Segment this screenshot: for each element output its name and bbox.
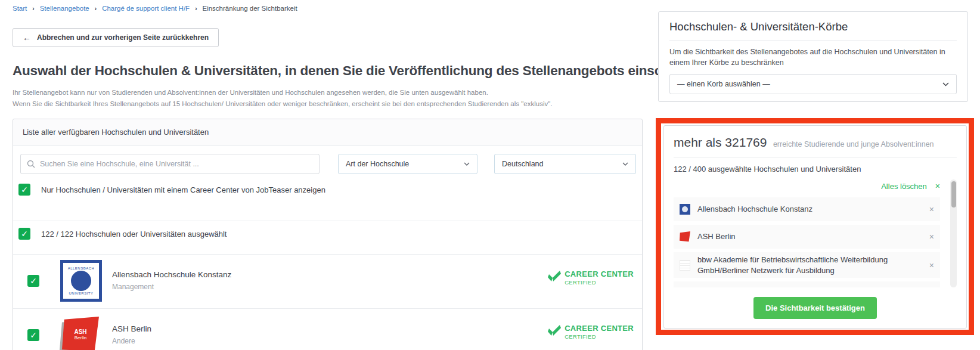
list-panel-title: Liste aller verfügbaren Hochschulen und … <box>13 119 642 145</box>
select-all-checkbox[interactable]: ✓ <box>18 228 30 240</box>
career-center-filter-row: ✓ Nur Hochschulen / Universitäten mit ei… <box>18 184 325 196</box>
university-name: Allensbach Hochschule Konstanz <box>112 270 231 279</box>
career-center-badge: CAREER CENTER CERTIFIED <box>548 324 634 340</box>
divider <box>13 221 642 221</box>
allensbach-mini-logo <box>680 204 690 215</box>
remove-item-icon[interactable]: × <box>929 261 934 270</box>
list-item: ASH Berlin × <box>674 225 940 249</box>
career-center-badge-line2: CERTIFIED <box>565 279 634 286</box>
basket-select[interactable]: — einen Korb auswählen — <box>669 74 957 94</box>
back-button[interactable]: ← Abbrechen und zur vorherigen Seite zur… <box>13 28 219 47</box>
university-category: Andere <box>112 337 135 345</box>
career-center-badge-line1: CAREER CENTER <box>565 324 634 333</box>
chevron-down-icon <box>942 82 949 86</box>
breadcrumb-job-title[interactable]: Chargé de support client H/F <box>102 5 190 12</box>
allensbach-logo-text-bottom: UNIVERSITY <box>69 292 93 295</box>
allensbach-logo: ALLENSBACH UNIVERSITY <box>60 260 102 302</box>
bbw-mini-logo <box>680 260 690 271</box>
row-checkbox[interactable]: ✓ <box>27 275 39 287</box>
clear-all-button[interactable]: Alles löschen <box>881 182 927 191</box>
reach-count: mehr als 321769 <box>674 135 767 149</box>
baskets-panel: Hochschulen- & Universitäten-Körbe Um di… <box>658 11 968 102</box>
page-title: Auswahl der Hochschulen & Universitäten,… <box>13 63 713 79</box>
clear-all-row: Alles löschen × <box>674 179 940 193</box>
list-item: bbw Akademie für Betriebswirtschaftliche… <box>674 252 940 278</box>
selected-universities-list: Alles löschen × Allensbach Hochschule Ko… <box>674 179 957 287</box>
baskets-panel-title: Hochschulen- & Universitäten-Körbe <box>669 20 957 33</box>
back-arrow-icon: ← <box>23 33 31 42</box>
search-icon <box>27 160 35 168</box>
breadcrumb-start[interactable]: Start <box>13 5 27 12</box>
career-center-check-icon <box>548 270 561 284</box>
divider <box>669 41 957 41</box>
selected-university-name: bbw Akademie für Betriebswirtschaftliche… <box>697 255 922 275</box>
breadcrumb-stellenangebote[interactable]: Stellenangebote <box>40 5 89 12</box>
chevron-down-icon <box>622 162 628 166</box>
table-row: ✓ ASH Berlin ASH Berlin Andere CAREER CE… <box>13 308 642 350</box>
confirm-button-row: Die Sichtbarkeit bestätigen <box>674 297 957 319</box>
career-center-filter-label: Nur Hochschulen / Universitäten mit eine… <box>41 185 325 194</box>
university-list-panel: Liste aller verfügbaren Hochschulen und … <box>13 119 643 350</box>
ash-mini-logo <box>680 231 690 242</box>
university-name: ASH Berlin <box>112 324 151 333</box>
list-item: Allensbach Hochschule Konstanz × <box>674 197 940 221</box>
allensbach-seal <box>71 271 91 291</box>
intro-line-1: Ihr Stellenangebot kann nur von Studiere… <box>13 89 488 96</box>
university-category: Management <box>112 283 154 291</box>
selection-summary-card: mehr als 321769 erreichte Studierende un… <box>663 125 967 329</box>
chevron-down-icon <box>464 162 470 166</box>
career-center-check-icon <box>548 324 561 338</box>
remove-item-icon[interactable]: × <box>929 205 934 214</box>
intro-line-2: Wenn Sie die Sichtbarkeit Ihres Stellena… <box>13 100 553 107</box>
career-center-badge: CAREER CENTER CERTIFIED <box>548 270 634 286</box>
confirm-visibility-button[interactable]: Die Sichtbarkeit bestätigen <box>753 297 877 319</box>
ash-logo-text-line1: ASH <box>74 329 86 335</box>
ash-logo-text-line2: Berlin <box>75 335 86 340</box>
back-button-label: Abbrechen und zur vorherigen Seite zurüc… <box>37 33 209 42</box>
career-center-badge-line2: CERTIFIED <box>565 333 634 340</box>
selected-university-name: ASH Berlin <box>697 231 922 242</box>
breadcrumb-current: Einschränkung der Sichtbarkeit <box>203 5 297 12</box>
breadcrumb: Start › Stellenangebote › Chargé de supp… <box>13 5 297 12</box>
scrollbar-thumb[interactable] <box>951 181 956 207</box>
filter-school-type[interactable]: Art der Hochschule <box>338 154 477 174</box>
baskets-panel-description: Um die Sichtbarkeit des Stellenangebotes… <box>669 47 957 68</box>
table-row: ✓ ALLENSBACH UNIVERSITY Allensbach Hochs… <box>13 254 642 308</box>
reach-line: mehr als 321769 erreichte Studierende un… <box>674 135 957 150</box>
selected-count: 122 / 400 ausgewählte Hochschulen und Un… <box>674 165 957 174</box>
select-all-row: ✓ 122 / 122 Hochschulen oder Universität… <box>18 228 227 240</box>
ash-berlin-logo: ASH Berlin <box>62 317 99 350</box>
divider <box>674 157 957 157</box>
scrollbar-track[interactable] <box>950 179 957 287</box>
allensbach-logo-text-top: ALLENSBACH <box>68 267 95 270</box>
chevron-right-icon: › <box>95 5 97 12</box>
list-item-partially-visible <box>674 281 940 287</box>
filter-country[interactable]: Deutschland <box>494 154 636 174</box>
reach-label: erreichte Studierende und junge Absolven… <box>773 140 934 148</box>
filter-country-label: Deutschland <box>502 160 544 168</box>
filter-school-type-label: Art der Hochschule <box>346 160 409 168</box>
chevron-right-icon: › <box>195 5 197 12</box>
remove-item-icon[interactable]: × <box>929 232 934 241</box>
clear-all-close-icon[interactable]: × <box>935 181 940 191</box>
chevron-right-icon: › <box>32 5 34 12</box>
row-checkbox[interactable]: ✓ <box>27 329 39 341</box>
basket-select-value: — einen Korb auswählen — <box>677 80 770 88</box>
search-input[interactable] <box>40 160 313 168</box>
select-all-label: 122 / 122 Hochschulen oder Universitäten… <box>41 230 227 239</box>
search-box[interactable] <box>20 154 320 174</box>
career-center-filter-checkbox[interactable]: ✓ <box>18 184 30 196</box>
selected-university-name: Allensbach Hochschule Konstanz <box>697 204 922 215</box>
career-center-badge-line1: CAREER CENTER <box>565 270 634 278</box>
